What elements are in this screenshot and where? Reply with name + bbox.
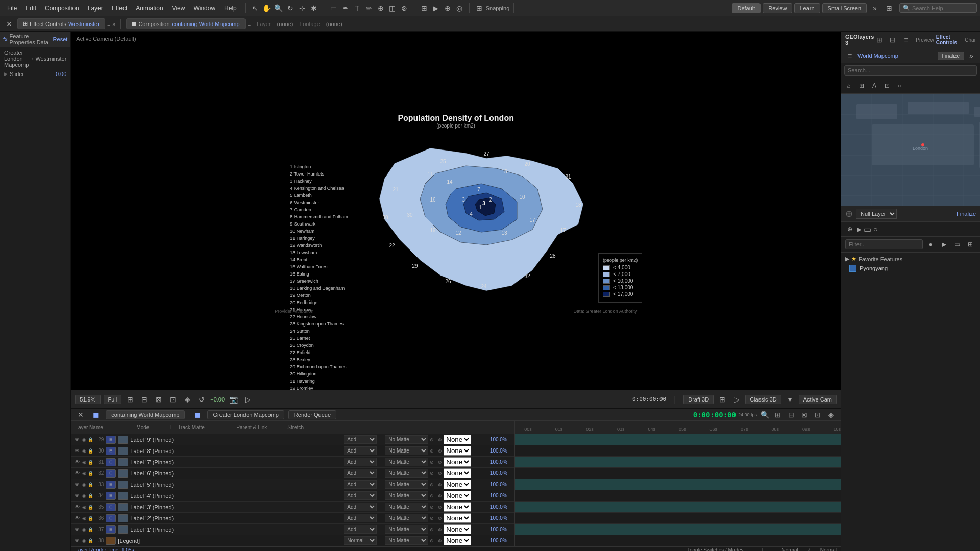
sw-icon-b[interactable]: ⊚ xyxy=(436,504,444,511)
geo-add-icon[interactable]: ⊕ xyxy=(844,223,855,235)
sw-icon-a[interactable]: ⊙ xyxy=(428,447,435,455)
layer-track-36[interactable]: No Matte xyxy=(385,514,428,522)
sw-icon-b[interactable]: ⊚ xyxy=(436,436,444,443)
null-layer-select[interactable]: Null Layer xyxy=(856,209,897,219)
vp-icon-6[interactable]: ↺ xyxy=(196,394,207,405)
fav-item-pyongyang[interactable]: Pyongyang xyxy=(845,263,976,273)
pen-tool-icon[interactable]: ✒ xyxy=(340,3,351,14)
solo-32[interactable]: ◉ xyxy=(81,470,87,477)
comp-menu-icon[interactable]: ≡ xyxy=(248,21,251,27)
hand-tool-icon[interactable]: ✋ xyxy=(261,3,273,14)
filter-dot-icon[interactable]: ● xyxy=(925,239,936,250)
vp-icon-5[interactable]: ◈ xyxy=(182,394,193,405)
lock-35[interactable]: 🔒 xyxy=(87,504,93,511)
ec-expand-icon[interactable]: » xyxy=(112,21,115,27)
solo-29[interactable]: ◉ xyxy=(81,436,87,443)
vp-icon-3[interactable]: ⊠ xyxy=(153,394,164,405)
fav-header[interactable]: ▶ ★ Favorite Features xyxy=(845,255,976,263)
sw-icon-a[interactable]: ⊙ xyxy=(428,526,435,533)
view-mode-btn[interactable]: Classic 3D xyxy=(745,395,781,404)
filter-input[interactable] xyxy=(845,239,923,249)
solo-38[interactable]: ◉ xyxy=(81,537,87,544)
geo-circle-icon[interactable]: ○ xyxy=(873,225,877,233)
rp-panel-icon[interactable]: ≡ xyxy=(844,50,855,61)
reset-btn[interactable]: Reset xyxy=(53,36,68,42)
filter-grid-icon[interactable]: ▭ xyxy=(951,239,963,250)
add-point-icon[interactable]: ⊕ xyxy=(442,3,453,14)
tl-tab-1[interactable]: containing World Mapcomp xyxy=(106,410,185,419)
vis-36[interactable]: 👁 xyxy=(73,514,81,522)
roto-tool-icon[interactable]: ⊗ xyxy=(399,3,410,14)
workspace-expand-icon[interactable]: » xyxy=(869,2,881,14)
lock-36[interactable]: 🔒 xyxy=(87,515,93,522)
rect-tool-icon[interactable]: ▭ xyxy=(328,3,339,14)
rp-search-input[interactable] xyxy=(844,65,977,76)
eraser-tool-icon[interactable]: ◫ xyxy=(387,3,398,14)
layer-parent-31[interactable]: None xyxy=(444,457,484,467)
solo-35[interactable]: ◉ xyxy=(81,504,87,511)
tl-tab-3[interactable]: Render Queue xyxy=(288,410,336,419)
snapping-icon[interactable]: ⊞ xyxy=(474,3,485,14)
workspace-learn[interactable]: Learn xyxy=(794,3,820,13)
close-ec-icon[interactable]: ✕ xyxy=(3,18,15,30)
vp-icon-4[interactable]: ⊡ xyxy=(167,394,179,405)
effect-controls-tab[interactable]: ⊞ Effect Controls Westminster xyxy=(17,18,105,29)
vis-37[interactable]: 👁 xyxy=(73,525,81,534)
solo-31[interactable]: ◉ xyxy=(81,459,87,466)
layer-track-32[interactable]: No Matte xyxy=(385,469,428,478)
tl-icon-2[interactable]: ⊟ xyxy=(786,409,797,420)
workspace-review[interactable]: Review xyxy=(763,3,792,13)
menu-view[interactable]: View xyxy=(168,3,189,14)
workspace-small-screen[interactable]: Small Screen xyxy=(822,3,867,13)
sw-icon-b[interactable]: ⊚ xyxy=(436,515,444,522)
vp-icon-2[interactable]: ⊟ xyxy=(139,394,150,405)
layer-track-34[interactable]: No Matte xyxy=(385,491,428,500)
sw-icon-a[interactable]: ⊙ xyxy=(428,504,435,511)
solo-30[interactable]: ◉ xyxy=(81,447,87,455)
lock-34[interactable]: 🔒 xyxy=(87,492,93,499)
menu-help[interactable]: Help xyxy=(220,3,241,14)
sw-icon-a[interactable]: ⊙ xyxy=(428,481,435,488)
layer-parent-37[interactable]: None xyxy=(444,524,484,534)
sw-icon-b[interactable]: ⊚ xyxy=(436,481,444,488)
geo-play-icon[interactable]: ▶ xyxy=(857,227,862,232)
lock-29[interactable]: 🔒 xyxy=(87,436,93,443)
geo-pan-icon[interactable]: ↔ xyxy=(894,80,905,91)
zoom-display[interactable]: 51.9% xyxy=(75,395,100,404)
layer-mode-37[interactable]: Add xyxy=(344,525,377,534)
vis-38[interactable]: 👁 xyxy=(73,537,81,545)
vis-35[interactable]: 👁 xyxy=(73,503,81,511)
layer-mode-31[interactable]: Add xyxy=(344,458,377,466)
layer-mode-34[interactable]: Add xyxy=(344,491,377,500)
vis-34[interactable]: 👁 xyxy=(73,492,81,500)
sw-icon-a[interactable]: ⊙ xyxy=(428,537,435,544)
rp-icon-2[interactable]: ⊟ xyxy=(887,34,898,45)
layer-track-33[interactable]: No Matte xyxy=(385,480,428,489)
rotate-tool-icon[interactable]: ↻ xyxy=(285,3,296,14)
rp-menu-icon[interactable]: ≡ xyxy=(900,34,912,45)
solo-33[interactable]: ◉ xyxy=(81,481,87,488)
layer-track-29[interactable]: No Matte xyxy=(385,435,428,444)
pan-tool-icon[interactable]: ⊹ xyxy=(297,3,308,14)
tl-search-icon[interactable]: 🔍 xyxy=(759,409,770,420)
layer-mode-33[interactable]: Add xyxy=(344,480,377,489)
search-input[interactable] xyxy=(912,5,973,11)
layer-mode-29[interactable]: Add xyxy=(344,435,377,444)
menu-composition[interactable]: Composition xyxy=(41,3,83,14)
menu-effect[interactable]: Effect xyxy=(108,3,131,14)
select-tool-icon[interactable]: ↖ xyxy=(250,3,261,14)
geo-home-icon[interactable]: ⌂ xyxy=(843,80,854,91)
layer-parent-34[interactable]: None xyxy=(444,491,484,500)
layer-parent-30[interactable]: None xyxy=(444,446,484,456)
lock-37[interactable]: 🔒 xyxy=(87,526,93,533)
layer-track-37[interactable]: No Matte xyxy=(385,525,428,534)
menu-edit[interactable]: Edit xyxy=(21,3,40,14)
text-tool-icon[interactable]: T xyxy=(352,3,363,14)
layer-track-31[interactable]: No Matte xyxy=(385,458,428,466)
view-mode-expand[interactable]: ▾ xyxy=(785,394,796,405)
vis-32[interactable]: 👁 xyxy=(73,469,81,478)
filter-expand-icon[interactable]: ⊞ xyxy=(965,239,976,250)
layer-track-30[interactable]: No Matte xyxy=(385,446,428,455)
vp-icon-7[interactable]: 📷 xyxy=(228,394,239,405)
geo-img-icon[interactable]: ⊡ xyxy=(881,80,893,91)
